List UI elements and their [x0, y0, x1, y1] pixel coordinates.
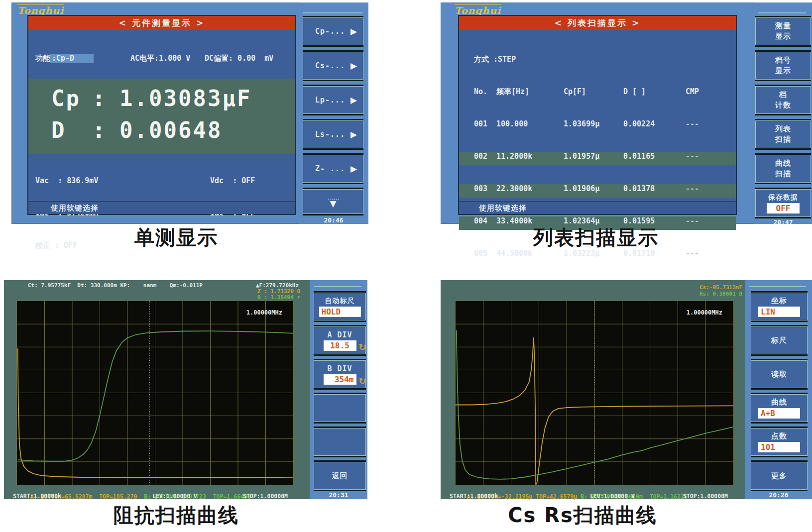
softkey-coordinate[interactable]: 坐标 LIN [751, 293, 808, 320]
softkey-return[interactable]: 返回 [314, 462, 366, 490]
softkey-curve-sweep[interactable]: 曲线 扫描 [755, 155, 811, 183]
arrow-right-icon: ▶ [350, 26, 357, 36]
trace-b-readout: Rs: 0.38601 Ω [699, 291, 742, 297]
marker-readouts: Ct: 7.95775kF Dt: 330.000m KP: nanm Qm:-… [28, 282, 203, 289]
trace-b-readout: θ : 1.35494 r [257, 294, 300, 301]
measure-screen: < 元件测量显示 > 功能 :Cp-D AC电平:1.000 V DC偏置: 0… [27, 15, 296, 215]
softkey-save-data[interactable]: 保存数据 OFF [755, 189, 811, 217]
caption-impedance: 阻抗扫描曲线 [52, 502, 301, 529]
points-value: 101 [758, 442, 800, 452]
panel-single-measure: Tonghui < 元件测量显示 > 功能 :Cp-D AC电平:1.000 V… [11, 2, 368, 224]
brand-logo: Tonghui [455, 5, 501, 16]
ac-level: AC电平:1.000 V [130, 54, 190, 63]
monitor-values: Vac : 836.9mV Iac : 5.420mA 校正 : OFF Vdc… [28, 154, 295, 200]
table-row: 001100.0001.03699μ0.00224--- [459, 119, 736, 133]
save-data-state: OFF [767, 203, 800, 213]
softkey-column: 坐标 LIN 标尺 读取 曲线 A+B 点数 101 更多 20:26 [745, 280, 812, 499]
softkey-more[interactable]: 更多 [751, 462, 808, 490]
sweep-freq-label: 1.00000MHz [246, 309, 282, 316]
softkey-autoscale[interactable]: 自动标尺 HOLD [314, 293, 366, 320]
clock: 20:26 [745, 491, 812, 499]
scale-status-line: A: BOTTOM=65.5287m TOP=185.270 B: BOTTOM… [16, 486, 251, 493]
sweep-start: START:1.00000k [13, 493, 61, 499]
softkey-bin-display[interactable]: 档号 显示 [755, 52, 811, 80]
clock: 20:46 [299, 216, 368, 224]
measure-settings: 功能 :Cp-D AC电平:1.000 V DC偏置: 0.00 mV 频率 :… [28, 30, 295, 79]
table-row: 00211.2000k1.01957μ0.01165--- [459, 152, 736, 165]
rotary-dial-icon: ↻ [358, 375, 366, 386]
arrow-right-icon: ▶ [350, 61, 357, 71]
dc-bias: DC偏置: 0.00 mV [205, 54, 273, 63]
softkey-column: 测量 显示 档号 显示 档 计数 列表 扫描 曲线 扫描 保存数据 OFF 20… [754, 2, 812, 224]
secondary-name: D [51, 117, 66, 143]
rotary-dial-icon: ↻ [358, 341, 366, 352]
caption-list: 列表扫描显示 [471, 224, 720, 251]
primary-colon: : [92, 86, 107, 111]
panel-impedance-sweep: Ct: 7.95775kF Dt: 330.000m KP: nanm Qm:-… [4, 280, 367, 499]
secondary-value: 0.00648 [119, 117, 222, 143]
caption-csrs: Cs Rs扫描曲线 [458, 502, 707, 529]
softkey-read[interactable]: 读取 [751, 360, 808, 388]
vac-readout: Vac : 836.9mV [35, 176, 98, 190]
screen-title: < 元件测量显示 > [28, 16, 295, 30]
func-label: 功能 [35, 54, 50, 63]
divider [758, 12, 806, 13]
page-down-icon: ⋯⋯ ▼ [328, 197, 339, 206]
softkey-points[interactable]: 点数 101 [751, 428, 808, 456]
vdc-readout: Vdc : OFF [210, 176, 255, 190]
sweep-freq-label: 1.00000MHz [687, 309, 722, 316]
panel-list-sweep: Tonghui < 列表扫描显示 > 方式 :STEP No. 频率[Hz] C… [441, 2, 812, 224]
autoscale-state: HOLD [319, 307, 361, 317]
divider [303, 12, 362, 13]
clock: 20:31 [310, 491, 367, 499]
sweep-mode: 方式 :STEP [459, 55, 736, 68]
softkey-blank [314, 394, 366, 422]
sweep-level: LEV:1.00000 V [152, 493, 197, 499]
softkey-bin-count[interactable]: 档 计数 [755, 86, 811, 114]
arrow-right-icon: ▶ [350, 164, 357, 174]
softkey-trace[interactable]: 曲线 A+B [751, 394, 808, 422]
sweep-level: LEV:1.00000 V [590, 493, 635, 499]
clock: 20:47 [754, 218, 812, 226]
softkey-a-div[interactable]: A DIV 18.5 ↻ [314, 326, 366, 354]
softkey-column: Cp-...▶ Cs-...▶ Lp-...▶ Ls-...▶ Z- ...▶ … [299, 2, 368, 224]
coordinate-mode: LIN [758, 307, 800, 317]
measurement-result: Cp : 1.03083μF D : 0.00648 [28, 79, 295, 154]
primary-name: Cp [51, 86, 81, 111]
primary-value: 1.03083μF [119, 86, 251, 111]
softkey-b-div[interactable]: B DIV 354m ↻ [314, 360, 366, 388]
softkey-z[interactable]: Z- ...▶ [303, 155, 363, 183]
table-header: No. 频率[Hz] Cp[F] D [ ] CMP [459, 87, 736, 101]
softkey-cs[interactable]: Cs-...▶ [303, 52, 363, 80]
softkey-ls[interactable]: Ls-...▶ [303, 120, 363, 148]
screen-title: < 列表扫描显示 > [459, 16, 736, 30]
softkey-list-sweep[interactable]: 列表 扫描 [755, 120, 811, 148]
secondary-colon: : [92, 117, 107, 143]
divider [749, 286, 806, 287]
softkey-column: 自动标尺 HOLD A DIV 18.5 ↻ B DIV 354m ↻ 返回 2… [310, 280, 367, 499]
softkey-measure-display[interactable]: 测量 显示 [755, 17, 811, 45]
trace-mode: A+B [758, 408, 800, 419]
sweep-stop: STOP:1.00000M [683, 493, 728, 499]
caption-single: 单测显示 [52, 224, 301, 251]
arrow-right-icon: ▶ [350, 129, 357, 139]
panel-csrs-sweep: Cs:-95.7313nF Rs: 0.38601 Ω 1.00000MHz A… [441, 280, 812, 499]
impedance-plot-area: 1.00000MHz [16, 301, 294, 485]
softkey-more-down[interactable]: ⋯⋯ ▼ [303, 189, 363, 214]
hint-bar: 使用软键选择 [28, 201, 295, 214]
scale-status-line: A: BOTTOM=-32.2195μ TOP=42.6579μ B: BOTT… [453, 486, 688, 493]
sweep-start: START:1.00000k [450, 493, 498, 499]
table-row: 00322.3000k1.01906μ0.01378--- [459, 184, 736, 198]
brand-logo: Tonghui [17, 5, 64, 16]
softkey-cp[interactable]: Cp-...▶ [303, 17, 363, 45]
softkey-scale[interactable]: 标尺 [751, 326, 808, 354]
trace-a-readout: Cs:-95.7313nF [699, 284, 742, 291]
softkey-blank [314, 428, 366, 456]
csrs-plot-area: 1.00000MHz [455, 301, 734, 485]
csrs-sweep-plot [456, 301, 733, 485]
arrow-right-icon: ▶ [350, 95, 357, 105]
divider [314, 286, 361, 287]
hint-bar: 使用软键选择 [459, 201, 736, 214]
softkey-lp[interactable]: Lp-...▶ [303, 86, 363, 114]
func-value[interactable]: :Cp-D [50, 54, 94, 63]
